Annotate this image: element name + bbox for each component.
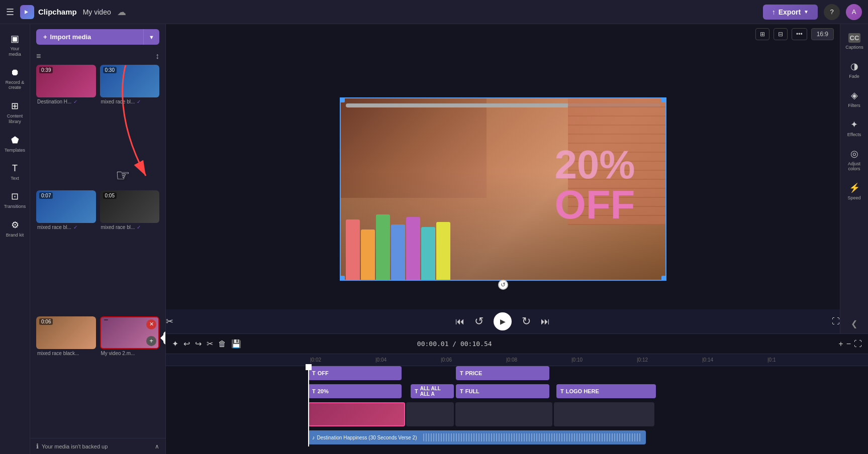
audio-track-row: ♪ Destination Happiness (30 Seconds Vers… bbox=[308, 430, 868, 446]
video-frame-wrapper: 20% OFF ↺ bbox=[340, 97, 666, 281]
media-panel-header: + Import media ▼ bbox=[30, 24, 165, 50]
project-title[interactable]: My video bbox=[83, 8, 111, 16]
media-item-4[interactable]: 0:05 mixed race bl... ✓ bbox=[100, 190, 160, 312]
media-item-6[interactable]: ✕ + My video 2.m... Add to timeline bbox=[100, 316, 160, 438]
rewind-button[interactable]: ↺ bbox=[474, 315, 484, 328]
sidebar-item-text[interactable]: T Text bbox=[2, 159, 28, 185]
text-clip-off[interactable]: T OFF bbox=[308, 366, 402, 380]
play-button[interactable]: ▶ bbox=[494, 312, 512, 330]
media-check-1: ✓ bbox=[73, 99, 77, 104]
delete-button[interactable]: 🗑 bbox=[218, 339, 226, 349]
help-button[interactable]: ? bbox=[824, 4, 840, 20]
text-clip-20[interactable]: T 20% bbox=[308, 384, 402, 398]
sidebar-item-templates[interactable]: ⬟ Templates bbox=[2, 131, 28, 157]
text-clip-off-label: OFF bbox=[318, 370, 329, 376]
ruler-mark-002: |0:02 bbox=[308, 357, 373, 363]
sidebar-label-brand: Brand kit bbox=[6, 233, 24, 238]
text-t-icon-2: T bbox=[460, 370, 463, 376]
media-thumb-6[interactable]: ✕ + My video 2.m... bbox=[100, 316, 160, 358]
export-button[interactable]: ↑ Export ▼ bbox=[763, 5, 818, 20]
media-thumb-5[interactable]: 0:06 mixed race black... bbox=[36, 316, 96, 358]
video-clip-4[interactable] bbox=[554, 402, 654, 426]
import-dropdown-button[interactable]: ▼ bbox=[143, 29, 159, 45]
avatar-button[interactable]: A bbox=[846, 4, 862, 20]
sidebar-item-content-library[interactable]: ⊞ Content library bbox=[2, 96, 28, 129]
magic-tool-button[interactable]: ✦ bbox=[172, 339, 178, 349]
ruler-marks: |0:02 |0:04 |0:06 |0:08 |0:10 |0:12 |0:1… bbox=[308, 357, 831, 363]
video-clip-1[interactable] bbox=[308, 402, 405, 426]
brand-kit-icon: ⚙ bbox=[11, 219, 19, 231]
scissors-button[interactable]: ✂ bbox=[166, 316, 173, 327]
delete-media-icon[interactable]: ✕ bbox=[146, 319, 156, 329]
backup-expand-icon[interactable]: ∧ bbox=[155, 443, 159, 450]
right-panel-effects[interactable]: ✦ Effects bbox=[842, 115, 867, 141]
zoom-out-button[interactable]: − bbox=[846, 339, 851, 349]
preview-controls: ✂ ⏮ ↺ ▶ ↻ ⏭ ⛶ bbox=[166, 309, 840, 333]
media-thumb-2[interactable]: 0:30 mixed race bl... ✓ bbox=[100, 65, 160, 106]
video-clip-2[interactable] bbox=[406, 402, 454, 426]
media-item-2[interactable]: 0:30 mixed race bl... ✓ bbox=[100, 65, 160, 186]
text-track-row-2: T 20% T ALL ALL ALL A T FULL T bbox=[308, 384, 868, 400]
text-clip-all[interactable]: T ALL ALL ALL A bbox=[411, 384, 454, 398]
video-preview-container: ⊞ ⊟ ••• 16:9 bbox=[166, 24, 840, 333]
import-plus-icon: + bbox=[43, 33, 47, 41]
skip-forward-button[interactable]: ⏭ bbox=[541, 316, 550, 327]
add-media-icon[interactable]: + bbox=[146, 336, 156, 346]
right-panel-speed[interactable]: ⚡ Speed bbox=[842, 178, 867, 204]
expand-preview-button[interactable]: ⛶ bbox=[832, 317, 840, 326]
video-preview-area: ⊞ ⊟ ••• 16:9 bbox=[166, 24, 868, 333]
fade-label: Fade bbox=[849, 74, 859, 79]
backup-warning-text: Your media isn't backed up bbox=[42, 443, 108, 449]
fast-forward-button[interactable]: ↻ bbox=[522, 315, 531, 328]
transitions-icon: ⊡ bbox=[11, 191, 19, 202]
text-clip-price[interactable]: T PRICE bbox=[456, 366, 549, 380]
media-thumb-1[interactable]: 0:39 Destination H... ✓ bbox=[36, 65, 96, 106]
skip-back-button[interactable]: ⏮ bbox=[455, 316, 464, 327]
hamburger-icon: ☰ bbox=[6, 7, 14, 17]
filter-button[interactable]: ≡ bbox=[36, 52, 41, 61]
export-icon: ↑ bbox=[772, 8, 776, 16]
media-item-3[interactable]: 0:07 mixed race bl... ✓ bbox=[36, 190, 96, 312]
right-panel-adjust-colors[interactable]: ◎ Adjust colors bbox=[842, 144, 867, 175]
text-t-icon-5: T bbox=[460, 388, 463, 394]
audio-clip[interactable]: ♪ Destination Happiness (30 Seconds Vers… bbox=[308, 430, 646, 444]
sidebar-item-brand-kit[interactable]: ⚙ Brand kit bbox=[2, 215, 28, 242]
media-item-5[interactable]: 0:06 mixed race black... bbox=[36, 316, 96, 438]
right-panel-collapse-button[interactable]: ❮ bbox=[851, 319, 857, 328]
text-clip-all-label: ALL ALL ALL A bbox=[420, 386, 450, 397]
sidebar-item-transitions[interactable]: ⊡ Transitions bbox=[2, 187, 28, 213]
media-thumb-3[interactable]: 0:07 mixed race bl... ✓ bbox=[36, 190, 96, 232]
speed-icon: ⚡ bbox=[849, 182, 860, 193]
redo-button[interactable]: ↪ bbox=[195, 339, 202, 349]
more-options-button[interactable]: ••• bbox=[792, 28, 807, 40]
right-panel-filters[interactable]: ◈ Filters bbox=[842, 86, 867, 112]
media-thumb-4[interactable]: 0:05 mixed race bl... ✓ bbox=[100, 190, 160, 232]
text-clip-logo[interactable]: T LOGO HERE bbox=[556, 384, 656, 398]
save-button[interactable]: 💾 bbox=[231, 339, 241, 349]
media-duration-3: 0:07 bbox=[39, 192, 53, 199]
timeline-content: |0:02 |0:04 |0:06 |0:08 |0:10 |0:12 |0:1… bbox=[166, 354, 868, 454]
video-clip-3[interactable] bbox=[455, 402, 552, 426]
right-panel-captions[interactable]: CC Captions bbox=[842, 29, 867, 54]
text-icon: T bbox=[12, 163, 18, 174]
video-frame: 20% OFF bbox=[340, 97, 666, 281]
timeline-toolbar: ✦ ↩ ↪ ✂ 🗑 💾 00:00.01 / 00:10.54 + − ⛶ bbox=[166, 334, 868, 354]
media-grid: 0:39 Destination H... ✓ 0:30 mixed race … bbox=[30, 65, 165, 438]
right-panel-fade[interactable]: ◑ Fade bbox=[842, 57, 867, 83]
your-media-icon: ▣ bbox=[11, 33, 19, 44]
undo-button[interactable]: ↩ bbox=[183, 339, 190, 349]
cut-button[interactable]: ✂ bbox=[207, 339, 213, 349]
import-media-button[interactable]: + Import media bbox=[36, 29, 143, 45]
sidebar-item-record-create[interactable]: ⏺ Record & create bbox=[2, 63, 28, 95]
sort-button[interactable]: ↕ bbox=[155, 52, 159, 61]
timeline-expand-button[interactable]: ⛶ bbox=[854, 339, 862, 349]
media-item-1[interactable]: 0:39 Destination H... ✓ bbox=[36, 65, 96, 186]
zoom-in-button[interactable]: + bbox=[838, 339, 843, 349]
text-clip-full[interactable]: T FULL bbox=[456, 384, 549, 398]
hamburger-button[interactable]: ☰ bbox=[6, 7, 14, 18]
media-label-3: mixed race bl... ✓ bbox=[36, 223, 96, 232]
fit-button[interactable]: ⊟ bbox=[774, 28, 788, 40]
cloud-status-icon: ☁ bbox=[117, 7, 126, 18]
sidebar-item-your-media[interactable]: ▣ Your media bbox=[2, 29, 28, 61]
crop-button[interactable]: ⊞ bbox=[755, 28, 769, 40]
